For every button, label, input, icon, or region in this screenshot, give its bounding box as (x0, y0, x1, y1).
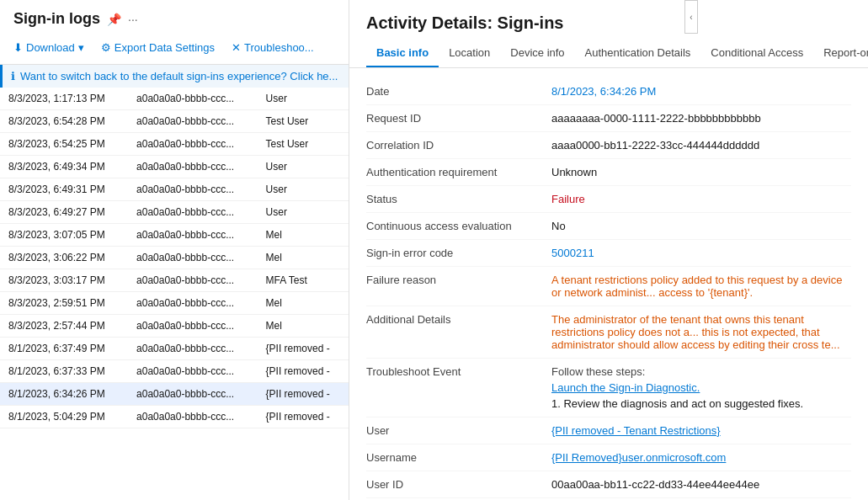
table-row[interactable]: 8/3/2023, 6:54:28 PM a0a0a0a0-bbbb-ccc..… (0, 110, 349, 133)
detail-value: Failure (551, 193, 851, 205)
detail-value: 5000211 (551, 247, 851, 259)
troubleshoot-button[interactable]: ✕ Troubleshoo... (225, 38, 321, 57)
detail-label: Continuous access evaluation (366, 220, 551, 232)
detail-row: Request IDaaaaaaaa-0000-1111-2222-bbbbbb… (366, 105, 851, 132)
log-date: 8/3/2023, 6:49:27 PM (0, 201, 128, 224)
table-row[interactable]: 8/3/2023, 2:57:44 PM a0a0a0a0-bbbb-ccc..… (0, 315, 349, 338)
log-id: a0a0a0a0-bbbb-ccc... (128, 88, 258, 110)
detail-label: Sign-in error code (366, 247, 551, 259)
log-id: a0a0a0a0-bbbb-ccc... (128, 360, 258, 383)
log-date: 8/3/2023, 1:17:13 PM (0, 88, 128, 110)
export-button[interactable]: ⚙ Export Data Settings (94, 38, 221, 57)
detail-value: 00aa00aa-bb11-cc22-dd33-44ee44ee44ee (551, 478, 851, 491)
detail-row: Authentication requirementUnknown (366, 159, 851, 186)
detail-label: Request ID (366, 112, 551, 125)
log-date: 8/3/2023, 3:03:17 PM (0, 269, 128, 292)
table-row[interactable]: 8/3/2023, 6:49:27 PM a0a0a0a0-bbbb-ccc..… (0, 201, 349, 224)
detail-label: Troubleshoot Event (366, 365, 551, 378)
table-row[interactable]: 8/3/2023, 6:54:25 PM a0a0a0a0-bbbb-ccc..… (0, 133, 349, 156)
detail-row: Username{PII Removed}user.onmicrosoft.co… (366, 444, 851, 471)
table-row[interactable]: 8/1/2023, 6:34:26 PM a0a0a0a0-bbbb-ccc..… (0, 383, 349, 406)
tab-device-info[interactable]: Device info (500, 40, 574, 67)
tab-authentication-details[interactable]: Authentication Details (575, 40, 701, 67)
log-user: {PII removed - (258, 383, 349, 406)
pin-icon[interactable]: 📌 (107, 13, 121, 26)
troubleshoot-label: Troubleshoo... (244, 41, 314, 54)
detail-value: aaaa0000-bb11-2222-33cc-444444dddddd (551, 139, 851, 152)
detail-value: A tenant restrictions policy added to th… (551, 274, 851, 299)
log-user: User (258, 88, 349, 110)
detail-label: Date (366, 85, 551, 98)
log-user: {PII removed - (258, 406, 349, 428)
table-row[interactable]: 8/1/2023, 5:04:29 PM a0a0a0a0-bbbb-ccc..… (0, 406, 349, 428)
log-id: a0a0a0a0-bbbb-ccc... (128, 133, 258, 156)
follow-steps-text: Follow these steps: (551, 365, 851, 378)
table-row[interactable]: 8/3/2023, 2:59:51 PM a0a0a0a0-bbbb-ccc..… (0, 292, 349, 315)
table-row[interactable]: 8/1/2023, 6:37:49 PM a0a0a0a0-bbbb-ccc..… (0, 338, 349, 360)
detail-row: Failure reasonA tenant restrictions poli… (366, 267, 851, 306)
table-row[interactable]: 8/3/2023, 3:06:22 PM a0a0a0a0-bbbb-ccc..… (0, 247, 349, 269)
detail-value: Follow these steps: Launch the Sign-in D… (551, 365, 851, 410)
detail-label: Failure reason (366, 274, 551, 286)
detail-label: Correlation ID (366, 139, 551, 152)
log-user: User (258, 178, 349, 201)
detail-row: StatusFailure (366, 186, 851, 213)
page-title: Sign-in logs (13, 10, 100, 28)
log-date: 8/1/2023, 6:37:49 PM (0, 338, 128, 360)
table-row[interactable]: 8/3/2023, 3:07:05 PM a0a0a0a0-bbbb-ccc..… (0, 224, 349, 247)
log-date: 8/3/2023, 2:59:51 PM (0, 292, 128, 315)
detail-value: aaaaaaaa-0000-1111-2222-bbbbbbbbbbbb (551, 112, 851, 125)
log-scroll-area[interactable]: 8/3/2023, 1:17:13 PM a0a0a0a0-bbbb-ccc..… (0, 88, 349, 500)
log-date: 8/3/2023, 6:49:31 PM (0, 178, 128, 201)
log-user: Mel (258, 247, 349, 269)
more-options-icon[interactable]: ··· (128, 13, 138, 26)
detail-value: No (551, 220, 851, 232)
tab-report-only[interactable]: Report-only (813, 40, 868, 67)
log-id: a0a0a0a0-bbbb-ccc... (128, 338, 258, 360)
log-user: {PII removed - (258, 338, 349, 360)
log-date: 8/3/2023, 2:57:44 PM (0, 315, 128, 338)
detail-value: The administrator of the tenant that own… (551, 313, 851, 351)
detail-row: Sign-in error code5000211 (366, 240, 851, 267)
detail-value: Unknown (551, 166, 851, 178)
left-panel: Sign-in logs 📌 ··· ⬇ Download ▾ ⚙ Export… (0, 0, 349, 500)
tab-conditional-access[interactable]: Conditional Access (700, 40, 813, 67)
detail-content[interactable]: Date8/1/2023, 6:34:26 PMRequest IDaaaaaa… (349, 68, 868, 500)
log-date: 8/3/2023, 3:06:22 PM (0, 247, 128, 269)
info-banner: ℹ Want to switch back to the default sig… (0, 65, 349, 88)
log-id: a0a0a0a0-bbbb-ccc... (128, 224, 258, 247)
log-id: a0a0a0a0-bbbb-ccc... (128, 110, 258, 133)
detail-label: User ID (366, 478, 551, 491)
log-date: 8/3/2023, 6:54:28 PM (0, 110, 128, 133)
detail-value: 8/1/2023, 6:34:26 PM (551, 85, 851, 98)
table-row[interactable]: 8/3/2023, 6:49:34 PM a0a0a0a0-bbbb-ccc..… (0, 156, 349, 178)
log-user: MFA Test (258, 269, 349, 292)
download-label: Download (26, 41, 75, 54)
log-date: 8/3/2023, 3:07:05 PM (0, 224, 128, 247)
tab-location[interactable]: Location (439, 40, 500, 67)
log-id: a0a0a0a0-bbbb-ccc... (128, 292, 258, 315)
detail-row: User{PII removed - Tenant Restrictions} (366, 418, 851, 444)
tab-basic-info[interactable]: Basic info (366, 40, 439, 67)
launch-diagnostic-link[interactable]: Launch the Sign-in Diagnostic. (551, 381, 851, 394)
detail-row: Date8/1/2023, 6:34:26 PM (366, 78, 851, 105)
log-table: 8/3/2023, 1:17:13 PM a0a0a0a0-bbbb-ccc..… (0, 88, 349, 428)
log-date: 8/1/2023, 5:04:29 PM (0, 406, 128, 428)
detail-label: Additional Details (366, 313, 551, 326)
table-row[interactable]: 8/3/2023, 1:17:13 PM a0a0a0a0-bbbb-ccc..… (0, 88, 349, 110)
toolbar: ⬇ Download ▾ ⚙ Export Data Settings ✕ Tr… (0, 35, 349, 65)
table-row[interactable]: 8/3/2023, 3:03:17 PM a0a0a0a0-bbbb-ccc..… (0, 269, 349, 292)
collapse-panel-button[interactable]: ‹ (684, 0, 698, 34)
log-id: a0a0a0a0-bbbb-ccc... (128, 201, 258, 224)
troubleshoot-icon: ✕ (232, 41, 241, 54)
detail-label: Authentication requirement (366, 166, 551, 178)
log-date: 8/3/2023, 6:54:25 PM (0, 133, 128, 156)
log-user: Mel (258, 292, 349, 315)
log-id: a0a0a0a0-bbbb-ccc... (128, 156, 258, 178)
log-id: a0a0a0a0-bbbb-ccc... (128, 269, 258, 292)
table-row[interactable]: 8/3/2023, 6:49:31 PM a0a0a0a0-bbbb-ccc..… (0, 178, 349, 201)
export-label: Export Data Settings (114, 41, 215, 54)
download-button[interactable]: ⬇ Download ▾ (7, 38, 91, 57)
table-row[interactable]: 8/1/2023, 6:37:33 PM a0a0a0a0-bbbb-ccc..… (0, 360, 349, 383)
log-user: Mel (258, 224, 349, 247)
